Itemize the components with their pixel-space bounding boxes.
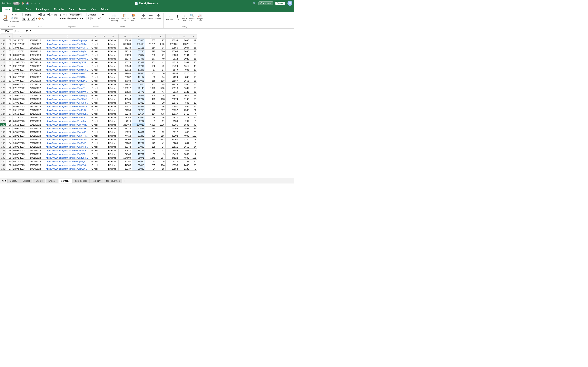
cell-c[interactable]: 03/02/2023 xyxy=(29,152,45,156)
cell-l[interactable]: 9589 xyxy=(165,149,179,152)
cell-f[interactable] xyxy=(101,141,107,145)
cell-e[interactable]: IG reel xyxy=(90,119,101,123)
cell-g[interactable]: Lifetime xyxy=(107,123,119,127)
tab-tell-me[interactable]: Tell me xyxy=(99,7,111,12)
currency-icon[interactable]: $ xyxy=(86,17,90,20)
cell-m[interactable]: 2996 xyxy=(179,83,190,86)
cell-d[interactable]: https://www.instagram.com/reel/Cp7fMFarQ… xyxy=(45,46,90,50)
cell-b[interactable]: 05/12/2022 xyxy=(12,75,29,79)
cell-n[interactable]: 76 xyxy=(190,42,197,46)
cell-k[interactable]: 42 xyxy=(156,64,165,68)
cell-k[interactable]: 38 xyxy=(156,94,165,97)
row-header[interactable]: 104 xyxy=(0,39,6,42)
cell-n[interactable]: 14 xyxy=(190,160,197,163)
cell-n[interactable]: 45 xyxy=(190,64,197,68)
cell-j[interactable]: 595 xyxy=(145,50,156,53)
cell-a[interactable]: 89 xyxy=(6,156,12,160)
cell-e[interactable]: IG reel xyxy=(90,75,101,79)
col-header-m[interactable]: M xyxy=(179,34,190,39)
cell-a[interactable]: 57 xyxy=(6,46,12,50)
cell-e[interactable]: IG reel xyxy=(90,123,101,127)
cell-d[interactable]: https://www.instagram.com/reel/Cmbg3kkDI… xyxy=(45,50,90,53)
cell-h[interactable]: 32229 xyxy=(119,53,132,57)
cell-i[interactable]: 20776 xyxy=(132,90,145,94)
cell-i[interactable]: 21307 xyxy=(132,53,145,57)
row-header[interactable]: 139 xyxy=(0,156,6,160)
cell-d[interactable]: https://www.instagram.com/reel/CneeO5qjq… xyxy=(45,72,90,75)
cell-l[interactable]: 32814 xyxy=(165,83,179,86)
col-header-g[interactable]: G xyxy=(107,34,119,39)
cell-l[interactable]: 13811 xyxy=(165,145,179,149)
row-header[interactable]: 123 xyxy=(0,97,6,101)
row-header[interactable]: 135 xyxy=(0,141,6,145)
cell-g[interactable]: Lifetime xyxy=(107,86,119,90)
cell-k[interactable]: 108 xyxy=(156,97,165,101)
tab-draw[interactable]: Draw xyxy=(24,7,33,12)
cell-l[interactable]: 9910 xyxy=(165,90,179,94)
cell-i[interactable]: 37018 xyxy=(132,163,145,167)
cell-b[interactable]: 05/03/2023 xyxy=(12,83,29,86)
cell-b[interactable]: 22/01/2023 xyxy=(12,134,29,138)
cell-k[interactable]: 17 xyxy=(156,68,165,72)
decrease-decimal-icon[interactable]: 0. xyxy=(100,17,102,20)
cell-d[interactable]: https://www.instagram.com/reel/CoHq0OeDr… xyxy=(45,130,90,134)
cell-f[interactable] xyxy=(101,57,107,60)
cell-l[interactable]: 13587 xyxy=(165,79,179,83)
cell-f[interactable] xyxy=(101,68,107,72)
row-header[interactable]: 116 xyxy=(0,72,6,75)
cell-g[interactable]: Lifetime xyxy=(107,42,119,46)
cell-l[interactable]: 10555 xyxy=(165,46,179,50)
cell-b[interactable]: 27/12/2022 xyxy=(12,86,29,90)
cell-h[interactable]: 20910 xyxy=(119,149,132,152)
cell-b[interactable]: 14/12/2022 xyxy=(12,57,29,60)
cell-n[interactable]: 3 xyxy=(190,149,197,152)
col-header-a[interactable]: A xyxy=(6,34,12,39)
cell-b[interactable]: 17/05/2023 xyxy=(12,101,29,105)
cell-i[interactable]: 120145 xyxy=(132,86,145,90)
row-header[interactable]: 126 xyxy=(0,108,6,112)
row-header[interactable]: 131 xyxy=(0,127,6,130)
cell-n[interactable]: 11 xyxy=(190,94,197,97)
cell-d[interactable]: https://www.instagram.com/reel/CmRQk8TjD… xyxy=(45,116,90,119)
cell-f[interactable] xyxy=(101,138,107,141)
cell-e[interactable]: IG reel xyxy=(90,97,101,101)
cell-j[interactable]: 39 xyxy=(145,116,156,119)
cell-a[interactable]: 55 xyxy=(6,42,12,46)
cell-d[interactable]: https://www.instagram.com/reel/Cmq-T_yDb… xyxy=(45,86,90,90)
cell-i[interactable]: 13895 xyxy=(132,116,145,119)
cell-n[interactable]: 102 xyxy=(190,134,197,138)
comma-icon[interactable]: , xyxy=(95,17,97,20)
cell-g[interactable]: Lifetime xyxy=(107,46,119,50)
cell-h[interactable]: 17149 xyxy=(119,116,132,119)
formula-input[interactable] xyxy=(24,30,293,33)
cell-l[interactable]: 6312 xyxy=(165,130,179,134)
cell-f[interactable] xyxy=(101,130,107,134)
merge-center-button[interactable]: Merge & Centre ▾ xyxy=(66,17,84,20)
analyse-data-button[interactable]: 📈 AnalyseData xyxy=(196,13,204,22)
cell-n[interactable]: 6 xyxy=(190,167,197,171)
cell-b[interactable]: 23/12/2022 xyxy=(12,112,29,116)
more-icon[interactable]: ··· xyxy=(38,2,40,5)
cell-c[interactable]: 22/01/2023 xyxy=(29,134,45,138)
conditional-formatting-button[interactable]: 📊 ConditionalFormatting xyxy=(109,13,120,22)
cell-h[interactable]: 37084 xyxy=(119,79,132,83)
cell-j[interactable]: 284 xyxy=(145,94,156,97)
cell-j[interactable]: 196 xyxy=(145,64,156,68)
align-left-icon[interactable]: ≡ xyxy=(60,17,61,20)
cell-d[interactable]: https://www.instagram.com/reel/CmWXybgjy… xyxy=(45,42,90,46)
cell-k[interactable]: 21 xyxy=(156,53,165,57)
cell-b[interactable]: 02/03/2023 xyxy=(12,105,29,108)
cell-g[interactable]: Lifetime xyxy=(107,127,119,130)
cell-c[interactable]: 17/12/2022 xyxy=(29,116,45,119)
cell-b[interactable]: 06/09/2023 xyxy=(12,149,29,152)
cell-e[interactable]: IG reel xyxy=(90,90,101,94)
cell-f[interactable] xyxy=(101,145,107,149)
cell-i[interactable]: 51470 xyxy=(132,83,145,86)
cell-g[interactable]: Lifetime xyxy=(107,39,119,42)
cell-l[interactable]: 9285 xyxy=(165,141,179,145)
cell-g[interactable]: Lifetime xyxy=(107,138,119,141)
col-header-c[interactable]: C xyxy=(29,34,45,39)
cell-f[interactable] xyxy=(101,94,107,97)
cell-f[interactable] xyxy=(101,97,107,101)
cell-k[interactable]: 1730 xyxy=(156,86,165,90)
